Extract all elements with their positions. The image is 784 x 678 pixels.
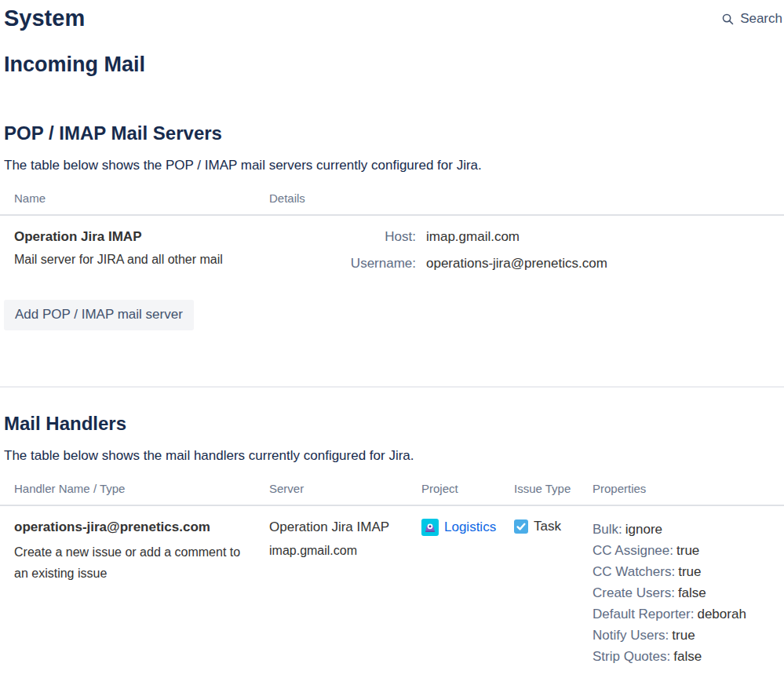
server-host: imap.gmail.com bbox=[269, 540, 421, 561]
property-item: Bulk:ignore bbox=[593, 519, 784, 540]
property-label: Create Users: bbox=[593, 585, 675, 600]
detail-row-host: Host: imap.gmail.com bbox=[269, 228, 784, 246]
mail-servers-heading: POP / IMAP Mail Servers bbox=[4, 122, 784, 144]
add-mail-server-button[interactable]: Add POP / IMAP mail server bbox=[4, 300, 194, 330]
column-header-handler: Handler Name / Type bbox=[0, 482, 269, 505]
detail-value: imap.gmail.com bbox=[426, 228, 520, 246]
property-label: Notify Users: bbox=[593, 628, 669, 643]
mail-server-description: Mail server for JIRA and all other mail bbox=[14, 251, 269, 268]
task-icon bbox=[514, 519, 528, 534]
mail-handlers-heading: Mail Handlers bbox=[4, 413, 784, 435]
property-label: CC Watchers: bbox=[593, 564, 675, 579]
mail-handlers-table: Handler Name / Type Server Project Issue… bbox=[0, 482, 784, 667]
column-header-properties: Properties bbox=[593, 482, 784, 505]
column-header-issue-type: Issue Type bbox=[514, 482, 593, 505]
search-label: Search bbox=[740, 11, 782, 27]
page-header: System Search bbox=[0, 0, 784, 31]
section-divider bbox=[0, 386, 784, 388]
issue-type-label: Task bbox=[534, 519, 561, 534]
column-header-server: Server bbox=[269, 482, 421, 505]
property-item: Create Users:false bbox=[593, 582, 784, 603]
property-item: CC Watchers:true bbox=[593, 561, 784, 582]
search-icon bbox=[721, 13, 735, 26]
property-item: Strip Quotes:false bbox=[593, 646, 784, 667]
mail-servers-description: The table below shows the POP / IMAP mai… bbox=[4, 157, 784, 174]
mail-server-name: Operation Jira IMAP bbox=[14, 228, 269, 246]
column-header-details: Details bbox=[269, 191, 784, 215]
property-value: ignore bbox=[625, 522, 662, 537]
mail-handlers-section: Mail Handlers The table below shows the … bbox=[0, 413, 784, 667]
detail-label: Username: bbox=[269, 255, 416, 272]
mail-servers-table: Name Details Operation Jira IMAP Mail se… bbox=[0, 191, 784, 272]
detail-row-username: Username: operations-jira@prenetics.com bbox=[269, 255, 784, 272]
property-value: true bbox=[678, 564, 701, 579]
mail-server-row: Operation Jira IMAP Mail server for JIRA… bbox=[0, 215, 784, 272]
property-label: Bulk: bbox=[593, 522, 622, 537]
server-name: Operation Jira IMAP bbox=[269, 519, 421, 536]
property-item: Default Reporter:deborah bbox=[593, 603, 784, 625]
mail-servers-section: POP / IMAP Mail Servers The table below … bbox=[0, 122, 784, 330]
project-link[interactable]: Logistics bbox=[444, 519, 496, 535]
mail-handler-row: operations-jira@prenetics.com Create a n… bbox=[0, 505, 784, 667]
property-value: false bbox=[678, 585, 706, 600]
column-header-project: Project bbox=[421, 482, 514, 505]
property-item: CC Assignee:true bbox=[593, 540, 784, 561]
handler-name: operations-jira@prenetics.com bbox=[14, 519, 269, 536]
property-value: true bbox=[676, 543, 699, 558]
property-label: Strip Quotes: bbox=[593, 649, 670, 664]
property-label: CC Assignee: bbox=[593, 543, 673, 558]
project-avatar-icon bbox=[421, 519, 439, 536]
property-value: true bbox=[672, 628, 695, 643]
property-value: false bbox=[673, 649, 702, 664]
mail-handlers-description: The table below shows the mail handlers … bbox=[4, 447, 784, 465]
column-header-name: Name bbox=[0, 191, 269, 215]
project-cell: Logistics bbox=[421, 519, 514, 536]
detail-label: Host: bbox=[269, 228, 416, 246]
page-title: System bbox=[4, 5, 85, 31]
issue-type-cell: Task bbox=[514, 519, 593, 534]
property-label: Default Reporter: bbox=[593, 607, 694, 622]
search-button[interactable]: Search bbox=[721, 11, 782, 27]
property-value: deborah bbox=[697, 607, 746, 622]
property-item: Notify Users:true bbox=[593, 625, 784, 646]
detail-value: operations-jira@prenetics.com bbox=[426, 255, 607, 272]
incoming-mail-heading: Incoming Mail bbox=[4, 52, 784, 77]
handler-description: Create a new issue or add a comment to a… bbox=[14, 541, 246, 584]
